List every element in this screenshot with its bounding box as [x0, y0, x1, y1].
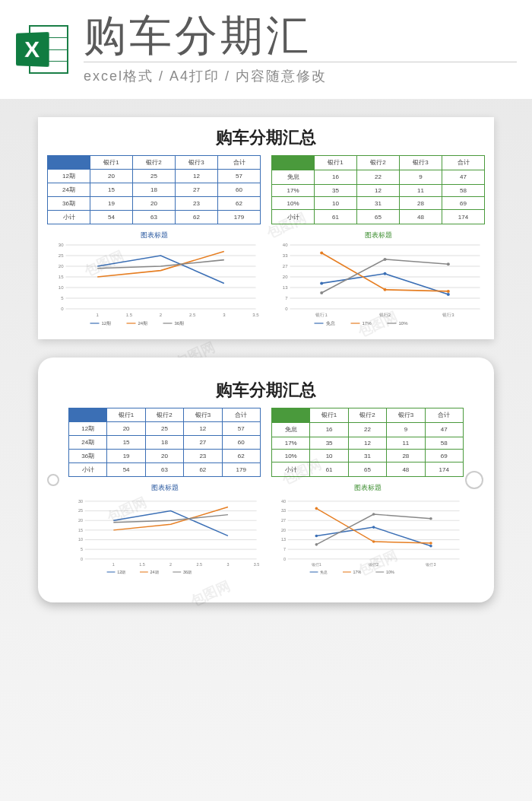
- svg-text:0: 0: [61, 307, 64, 311]
- svg-point-49: [320, 291, 323, 294]
- cell: 9: [387, 422, 425, 437]
- cell: 35: [310, 437, 348, 450]
- cell: 23: [184, 450, 222, 463]
- svg-point-50: [384, 258, 387, 261]
- charts-row: 图表标题 05101520253011.522.533.512期24期36期 图…: [68, 483, 464, 581]
- svg-point-47: [384, 288, 387, 291]
- cell: 69: [442, 197, 485, 210]
- cell: 58: [442, 184, 485, 197]
- col-header: 银行1: [90, 156, 133, 170]
- svg-text:20: 20: [78, 518, 83, 523]
- chart-right: 图表标题 071320273340银行1银行2银行3免息17%10%: [271, 483, 464, 581]
- svg-text:0: 0: [283, 557, 286, 561]
- sheet-title: 购车分期汇总: [47, 126, 485, 149]
- svg-text:银行1: 银行1: [311, 562, 321, 567]
- svg-text:20: 20: [59, 264, 64, 269]
- chart-right: 图表标题 071320273340银行1银行2银行3免息17%10%: [271, 230, 485, 329]
- svg-text:2.5: 2.5: [189, 313, 196, 317]
- cell: 48: [400, 210, 442, 224]
- col-header: 银行3: [387, 408, 425, 423]
- table-row: 12期20251257: [48, 170, 261, 183]
- line-chart-right: 071320273340银行1银行2银行3免息17%10%: [271, 494, 464, 578]
- tables-row: 银行1 银行2 银行3 合计 12期20251257 24期15182760 3…: [47, 155, 485, 224]
- chart-title: 图表标题: [47, 230, 261, 240]
- svg-text:5: 5: [81, 547, 83, 551]
- row-label: 10%: [272, 197, 315, 210]
- cell: 15: [107, 436, 145, 450]
- row-label: 小计: [272, 462, 310, 477]
- svg-text:36期: 36期: [183, 570, 192, 574]
- cell: 16: [315, 170, 357, 184]
- svg-text:15: 15: [59, 275, 64, 279]
- cell: 12: [357, 184, 400, 197]
- cell: 12: [184, 422, 222, 436]
- svg-point-109: [429, 517, 432, 520]
- cell: 174: [442, 210, 485, 224]
- table-corner: [272, 156, 315, 170]
- svg-text:17%: 17%: [363, 321, 372, 326]
- svg-text:3.5: 3.5: [254, 562, 260, 567]
- excel-x-letter: X: [16, 32, 49, 67]
- charts-row: 图表标题 05101520253011.522.533.512期24期36期 图…: [47, 230, 485, 329]
- svg-text:3: 3: [223, 313, 226, 317]
- svg-point-44: [384, 272, 387, 275]
- line-chart-right: 071320273340银行1银行2银行3免息17%10%: [271, 242, 485, 326]
- cell: 57: [218, 170, 261, 183]
- cell: 65: [357, 210, 400, 224]
- cell: 9: [400, 170, 442, 184]
- table-corner: [48, 156, 90, 170]
- row-label: 36期: [69, 450, 107, 463]
- cell: 35: [315, 184, 357, 197]
- row-label: 17%: [272, 437, 310, 450]
- svg-text:7: 7: [285, 296, 288, 300]
- table-green: 银行1银行2银行3合计 免息1622947 17%35121158 10%103…: [271, 408, 464, 477]
- cell: 12: [176, 170, 218, 183]
- table-row: 10%10312869: [272, 197, 485, 210]
- row-label: 小计: [48, 211, 90, 224]
- svg-text:10%: 10%: [386, 570, 394, 574]
- svg-text:10%: 10%: [399, 321, 409, 326]
- table-blue: 银行1 银行2 银行3 合计 12期20251257 24期15182760 3…: [47, 155, 261, 224]
- table-green: 银行1 银行2 银行3 合计 免息1622947 17%35121158 10%…: [271, 155, 485, 224]
- col-header: 合计: [222, 408, 260, 422]
- cell: 27: [184, 436, 222, 450]
- line-chart-left: 05101520253011.522.533.512期24期36期: [47, 242, 261, 326]
- table-row: 免息1622947: [272, 170, 485, 184]
- col-header: 合计: [442, 156, 485, 170]
- sheet-title: 购车分期汇总: [68, 379, 464, 402]
- cell: 65: [348, 462, 386, 477]
- page-header: X 购车分期汇 excel格式 / A4打印 / 内容随意修改: [0, 0, 532, 99]
- svg-text:25: 25: [59, 253, 64, 258]
- title-block: 购车分期汇 excel格式 / A4打印 / 内容随意修改: [84, 14, 517, 85]
- svg-text:2: 2: [169, 562, 172, 567]
- template-preview-tablet: 购车分期汇总 银行1银行2银行3合计 12期20251257 24期151827…: [38, 358, 494, 602]
- cell: 18: [145, 436, 183, 450]
- cell: 10: [315, 197, 357, 210]
- svg-text:20: 20: [281, 528, 286, 532]
- svg-text:银行3: 银行3: [425, 562, 435, 567]
- svg-text:27: 27: [283, 264, 288, 269]
- cell: 20: [145, 450, 183, 463]
- cell: 63: [133, 211, 176, 224]
- cell: 47: [425, 422, 463, 437]
- svg-text:银行2: 银行2: [368, 562, 378, 567]
- cell: 60: [218, 183, 261, 197]
- cell: 62: [176, 211, 218, 224]
- cell: 69: [425, 450, 463, 462]
- table-row: 银行1 银行2 银行3 合计: [48, 156, 261, 170]
- svg-text:10: 10: [59, 285, 64, 290]
- svg-point-45: [447, 293, 450, 296]
- cell: 19: [107, 450, 145, 463]
- svg-text:25: 25: [78, 508, 83, 513]
- svg-text:5: 5: [61, 296, 64, 300]
- svg-point-106: [429, 542, 432, 545]
- svg-text:1.5: 1.5: [139, 562, 145, 567]
- watermark: 包图网: [188, 577, 233, 611]
- cell: 20: [133, 197, 176, 211]
- svg-text:12期: 12期: [117, 570, 125, 574]
- chart-title: 图表标题: [68, 483, 261, 493]
- cell: 16: [310, 422, 348, 437]
- cell: 179: [218, 211, 261, 224]
- svg-text:33: 33: [281, 508, 286, 513]
- svg-text:17%: 17%: [353, 570, 362, 574]
